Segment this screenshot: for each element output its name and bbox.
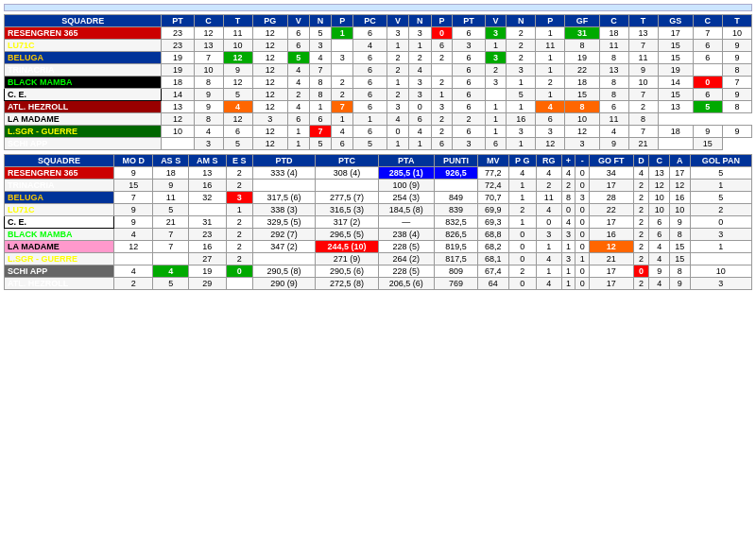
cell2-6-9: 0	[508, 241, 536, 253]
cell-6-11: 6	[453, 101, 485, 113]
cell2-0-15: 13	[649, 167, 670, 180]
cell2-7-3: 2	[226, 253, 252, 265]
table1-header-19: GS	[658, 15, 693, 27]
cell-6-4: 4	[287, 101, 309, 113]
cell-0-13: 2	[507, 27, 536, 40]
cell2-7-9: 0	[508, 253, 536, 265]
cell-9-14: 12	[536, 138, 565, 150]
cell2-8-0: 4	[114, 265, 153, 278]
cell2-3-8: 69,9	[478, 204, 509, 216]
cell2-7-5: 271 (9)	[316, 253, 378, 265]
cell-7-6: 1	[332, 113, 353, 126]
table1-header-6: N	[309, 15, 332, 27]
cell2-8-1: 4	[153, 265, 189, 278]
cell-9-2: 5	[223, 138, 252, 150]
cell-2-2: 12	[223, 52, 252, 64]
cell-6-17: 2	[628, 101, 658, 113]
table1-header-21: T	[722, 15, 751, 27]
cell-3-5: 7	[309, 64, 332, 77]
table2-header-5: PTD	[252, 155, 315, 167]
table2-row: ATL. HEZROLL25293290 (9)272,5 (8)206,5 (…	[5, 278, 752, 290]
cell2-2-13: 28	[589, 192, 633, 204]
cell-8-3: 12	[252, 126, 287, 138]
cell-5-1: 9	[194, 89, 223, 101]
cell2-3-9: 2	[508, 204, 536, 216]
cell2-4-10: 0	[536, 216, 561, 229]
team-name: C. E.	[5, 216, 114, 229]
cell-8-12: 1	[485, 126, 507, 138]
cell-9-1: 3	[194, 138, 223, 150]
cell-8-20: 9	[722, 126, 751, 138]
cell-3-1: 10	[194, 64, 223, 77]
cell2-5-8: 68,8	[478, 229, 509, 241]
cell2-2-6: 254 (3)	[378, 192, 434, 204]
cell2-3-2: 35	[188, 204, 226, 216]
table2-row: LA MADAME127162347 (2)244,5 (10)228 (5)8…	[5, 241, 752, 253]
table1-header-15: P	[536, 15, 565, 27]
team-name: RESENGREN 365	[5, 167, 114, 180]
table2-row: RESENGREN 365918132333 (4)308 (4)285,5 (…	[5, 167, 752, 180]
cell-4-9: 3	[408, 77, 431, 89]
cell2-0-3: 2	[226, 167, 252, 180]
cell-0-18: 17	[658, 27, 693, 40]
table2-header-1: MO D	[114, 155, 153, 167]
cell-4-13: 1	[507, 77, 536, 89]
cell2-6-11: 1	[561, 241, 576, 253]
cell-1-3: 12	[252, 40, 287, 52]
cell-3-3: 12	[252, 64, 287, 77]
cell2-4-14: 2	[633, 216, 649, 229]
cell2-9-16: 9	[670, 278, 691, 290]
cell2-0-16: 17	[670, 167, 691, 180]
cell-1-1: 13	[194, 40, 223, 52]
table1-header-8: PC	[353, 15, 387, 27]
cell2-5-3: 2	[226, 229, 252, 241]
cell2-9-15: 4	[649, 278, 670, 290]
cell2-6-5: 244,5 (10)	[316, 241, 378, 253]
cell2-2-15: 10	[649, 192, 670, 204]
cell2-7-1: 4	[153, 253, 189, 265]
cell-9-3: 12	[252, 138, 287, 150]
cell-6-7: 6	[353, 101, 387, 113]
cell-2-17: 11	[628, 52, 658, 64]
table2-header-2: AS S	[153, 155, 189, 167]
table2-header-13: -	[576, 155, 589, 167]
cell-7-3: 3	[252, 113, 287, 126]
team-name: RESENGREN 365	[5, 27, 162, 40]
cell2-3-3: 1	[226, 204, 252, 216]
table1-header-2: C	[194, 15, 223, 27]
cell2-9-9: 0	[508, 278, 536, 290]
cell-8-4: 1	[287, 126, 309, 138]
cell-5-12: 0	[485, 89, 507, 101]
cell2-4-3: 2	[226, 216, 252, 229]
cell-6-10: 3	[431, 101, 453, 113]
cell-0-14: 1	[536, 27, 565, 40]
cell2-2-2: 32	[188, 192, 226, 204]
table1-header-17: C	[599, 15, 628, 27]
cell-9-0: 8	[162, 138, 194, 150]
table2: SQUADREMO DAS SAM SE SPTDPTCPTAPUNTIMVP …	[4, 154, 752, 290]
cell2-7-2: 27	[188, 253, 226, 265]
table1-row: ATL. HEZROLL139412417630361148621358	[5, 101, 752, 113]
cell-6-14: 4	[536, 101, 565, 113]
cell-1-18: 15	[658, 40, 693, 52]
cell2-9-11: 1	[561, 278, 576, 290]
cell2-1-2: 16	[188, 180, 226, 192]
cell2-3-0: 9	[114, 204, 153, 216]
cell2-9-12: 0	[576, 278, 589, 290]
cell-3-15: 22	[565, 64, 599, 77]
cell-4-12: 3	[485, 77, 507, 89]
cell2-1-8: 72,4	[478, 180, 509, 192]
cell2-7-12: 1	[576, 253, 589, 265]
cell2-0-12: 0	[576, 167, 589, 180]
cell2-4-15: 6	[649, 216, 670, 229]
cell-4-15: 18	[565, 77, 599, 89]
cell2-3-12: 0	[576, 204, 589, 216]
cell2-0-14: 4	[633, 167, 649, 180]
cell2-1-1: 9	[153, 180, 189, 192]
cell-8-14: 3	[536, 126, 565, 138]
cell-5-8: 2	[387, 89, 409, 101]
cell-9-9: 1	[408, 138, 431, 150]
cell2-9-6: 206,5 (6)	[378, 278, 434, 290]
cell2-5-6: 238 (4)	[378, 229, 434, 241]
table1-header-4: PG	[252, 15, 287, 27]
